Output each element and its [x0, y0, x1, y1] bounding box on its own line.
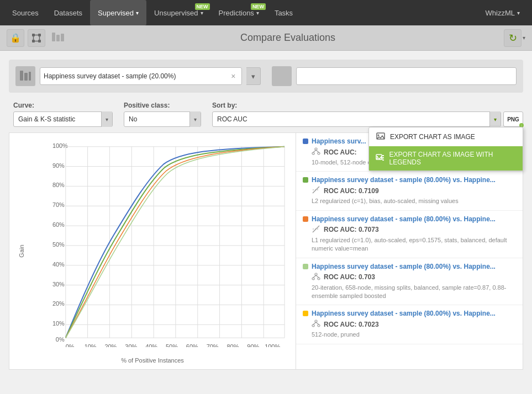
export-chart-legends-label: EXPORT CHART AS IMAGE WITH LEGENDS	[389, 151, 516, 166]
eval-color-0	[303, 139, 308, 144]
svg-line-82	[316, 275, 319, 278]
nav-whizzml-label: WhizzML	[486, 9, 515, 17]
refresh-dropdown-arrow[interactable]: ▾	[523, 35, 525, 41]
svg-point-85	[318, 324, 320, 327]
svg-rect-13	[29, 72, 31, 81]
nav-sources[interactable]: Sources	[4, 0, 46, 25]
png-button-wrapper: PNG ↓	[503, 111, 523, 127]
selector-left-value: Happiness survey dataset - sample (20.00…	[44, 72, 229, 80]
png-button[interactable]: PNG ↓	[503, 111, 523, 127]
sort-select[interactable]: ROC AUC ▾	[212, 111, 501, 127]
selector-left-dropdown[interactable]: ▾	[246, 67, 261, 85]
curve-select[interactable]: Gain & K-S statistic ▾	[13, 111, 113, 127]
svg-line-87	[316, 322, 319, 324]
eval-meta-icon-1	[312, 185, 320, 196]
nav-unsupervised[interactable]: Unsupervised NEW ▾	[146, 0, 211, 25]
export-chart-legends-item[interactable]: EXPORT CHART AS IMAGE WITH LEGENDS	[369, 146, 523, 171]
export-chart-item[interactable]: EXPORT CHART AS IMAGE	[369, 127, 523, 146]
nav-datasets[interactable]: Datasets	[46, 0, 90, 25]
dataset-icon-left	[15, 66, 35, 86]
nav-sources-label: Sources	[12, 9, 39, 17]
eval-title-0: Happiness surv...	[312, 137, 366, 145]
svg-rect-14	[276, 72, 280, 76]
sort-select-arrow: ▾	[489, 111, 501, 127]
svg-text:80%: 80%	[227, 343, 239, 347]
eval-item-1[interactable]: Happiness survey dataset - sample (80.00…	[296, 172, 523, 210]
eval-item-3[interactable]: Happiness survey dataset - sample (80.00…	[296, 258, 523, 306]
svg-rect-2	[32, 40, 35, 42]
curve-label: Curve:	[13, 102, 113, 109]
curve-select-text: Gain & K-S statistic	[18, 115, 99, 123]
nav-predictions-arrow: ▾	[256, 10, 259, 16]
toolbar: 🔒 Compare Evaluations ↻ ▾	[0, 25, 532, 51]
svg-text:60%: 60%	[186, 343, 198, 347]
nav-supervised-label: Supervised	[98, 9, 134, 17]
svg-text:90%: 90%	[52, 162, 65, 169]
compare-icon	[49, 28, 69, 48]
svg-text:100%: 100%	[265, 343, 280, 347]
network-icon[interactable]	[28, 29, 45, 47]
nav-predictions[interactable]: Predictions NEW ▾	[211, 0, 267, 25]
svg-point-84	[312, 324, 314, 327]
svg-point-70	[312, 152, 314, 155]
svg-text:30%: 30%	[52, 281, 65, 287]
svg-text:50%: 50%	[52, 241, 65, 248]
nav-unsupervised-arrow: ▾	[201, 10, 203, 16]
eval-meta-icon-0	[312, 147, 320, 157]
eval-color-1	[303, 177, 308, 183]
sort-control: Sort by: ROC AUC ▾ PNG ↓	[212, 102, 523, 127]
eval-roc-1: ROC AUC: 0.7109	[324, 187, 379, 195]
svg-rect-11	[20, 71, 23, 81]
svg-rect-24	[382, 159, 384, 161]
nav-unsupervised-label: Unsupervised	[154, 9, 198, 17]
eval-item-4[interactable]: Happiness survey dataset - sample (80.00…	[296, 305, 523, 344]
svg-rect-10	[61, 34, 64, 41]
svg-line-81	[313, 275, 316, 278]
positive-class-select[interactable]: No ▾	[124, 111, 201, 127]
svg-rect-16	[276, 77, 280, 82]
nav-whizzml[interactable]: WhizzML ▾	[478, 9, 528, 17]
curve-control: Curve: Gain & K-S statistic ▾	[13, 102, 113, 127]
page-title: Compare Evaluations	[72, 32, 504, 44]
selector-left: Happiness survey dataset - sample (20.00…	[15, 66, 261, 86]
eval-meta-2: ROC AUC: 0.7073	[303, 225, 516, 235]
nav-supervised-arrow: ▾	[136, 10, 139, 16]
selector-left-clear[interactable]: ×	[229, 72, 238, 81]
eval-roc-4: ROC AUC: 0.7023	[324, 321, 379, 328]
svg-point-71	[318, 152, 320, 155]
chart-area: Gain % of Positive Instances .grid-line …	[9, 132, 296, 370]
svg-text:0%: 0%	[56, 336, 65, 343]
positive-class-select-arrow: ▾	[189, 111, 201, 127]
svg-line-72	[313, 150, 316, 152]
sort-select-wrap: ROC AUC ▾ PNG ↓	[212, 111, 523, 127]
svg-text:80%: 80%	[52, 182, 65, 188]
eval-meta-1: ROC AUC: 0.7109	[303, 185, 516, 196]
svg-text:40%: 40%	[145, 343, 157, 347]
eval-color-2	[303, 216, 308, 222]
svg-line-73	[316, 150, 319, 152]
svg-text:50%: 50%	[166, 343, 178, 347]
curve-select-arrow: ▾	[101, 111, 112, 127]
eval-title-3: Happiness survey dataset - sample (80.00…	[312, 263, 496, 270]
svg-rect-1	[38, 34, 41, 36]
nav-supervised[interactable]: Supervised ▾	[90, 0, 146, 25]
sort-select-text: ROC AUC	[217, 115, 487, 123]
svg-rect-22	[382, 155, 384, 156]
nav-tasks[interactable]: Tasks	[267, 0, 301, 25]
nav-unsupervised-badge: NEW	[195, 3, 210, 10]
svg-text:20%: 20%	[104, 343, 117, 347]
eval-item-2[interactable]: Happiness survey dataset - sample (80.00…	[296, 211, 523, 258]
eval-desc-3: 20-iteration, 658-node, missing splits, …	[303, 284, 516, 301]
selector-right-input[interactable]	[296, 67, 517, 85]
svg-text:10%: 10%	[85, 343, 97, 347]
main-content: Happiness survey dataset - sample (20.00…	[0, 51, 532, 394]
lock-icon[interactable]: 🔒	[7, 29, 24, 47]
refresh-icon[interactable]: ↻	[504, 29, 522, 47]
svg-point-78	[315, 273, 317, 275]
eval-meta-icon-4	[312, 319, 320, 329]
svg-rect-23	[382, 157, 384, 158]
eval-color-4	[303, 311, 308, 316]
svg-line-86	[313, 322, 316, 324]
selector-left-input[interactable]: Happiness survey dataset - sample (20.00…	[40, 67, 242, 85]
svg-text:20%: 20%	[52, 301, 65, 307]
